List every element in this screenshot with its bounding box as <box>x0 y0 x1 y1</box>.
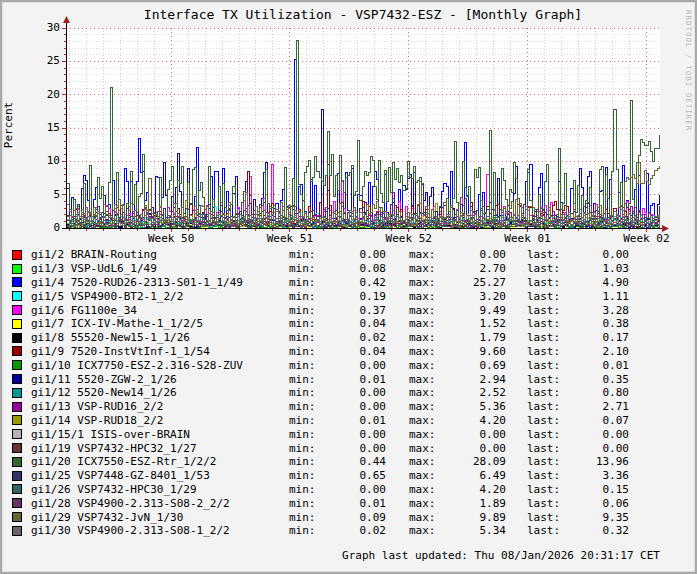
legend-min-key: min: <box>289 497 316 510</box>
legend-swatch <box>12 360 22 370</box>
legend-min-key: min: <box>289 359 316 372</box>
legend-last-value: 0.38 <box>561 317 629 330</box>
legend-max-key: max: <box>409 428 436 441</box>
legend-last-value: 0.07 <box>561 414 629 427</box>
legend-min-value: 0.08 <box>316 262 386 275</box>
y-tick-label: 30 <box>26 22 60 34</box>
legend-interface-label: gi1/2 BRAIN-Routing <box>31 248 289 261</box>
legend-min-key: min: <box>289 428 316 441</box>
legend-max-key: max: <box>409 317 436 330</box>
legend-interface-label: gi1/15/1 ISIS-over-BRAIN <box>31 428 289 441</box>
legend-min-value: 0.04 <box>316 317 386 330</box>
legend-last-key: last: <box>527 469 561 482</box>
legend-last-key: last: <box>527 304 561 317</box>
legend-min-key: min: <box>289 290 316 303</box>
legend-min-key: min: <box>289 442 316 455</box>
legend-min-value: 0.00 <box>316 248 386 261</box>
legend-max-value: 25.27 <box>436 276 506 289</box>
legend-interface-label: gi1/30 VSP4900-2.313-S08-1_2/2 <box>31 524 289 537</box>
legend-last-value: 1.03 <box>561 262 629 275</box>
legend-max-value: 5.34 <box>436 524 506 537</box>
legend-min-value: 0.02 <box>316 524 386 537</box>
legend-last-value: 0.35 <box>561 373 629 386</box>
legend-swatch <box>12 471 22 481</box>
legend-min-key: min: <box>289 345 316 358</box>
legend-last-key: last: <box>527 317 561 330</box>
legend-last-value: 0.17 <box>561 331 629 344</box>
legend-row: gi1/3 VSP-UdL6_1/49min:0.08max:2.70last:… <box>0 262 697 276</box>
legend-max-key: max: <box>409 469 436 482</box>
legend-interface-label: gi1/12 5520-New14_1/26 <box>31 386 289 399</box>
y-tick-label: 0 <box>26 222 60 234</box>
legend-swatch <box>12 429 22 439</box>
legend-swatch <box>12 498 22 508</box>
legend-last-value: 4.90 <box>561 276 629 289</box>
legend-min-value: 0.04 <box>316 345 386 358</box>
legend-min-key: min: <box>289 331 316 344</box>
legend-row: gi1/10 ICX7750-ESZ-2.316-S28-ZUVmin:0.00… <box>0 358 697 372</box>
legend-last-key: last: <box>527 359 561 372</box>
legend-interface-label: gi1/19 VSP7432-HPC32_1/27 <box>31 442 289 455</box>
legend-max-key: max: <box>409 248 436 261</box>
legend-row: gi1/4 7520-RUD26-2313-S01-1_1/49min:0.42… <box>0 276 697 290</box>
legend-interface-label: gi1/5 VSP4900-BT2-1_2/2 <box>31 290 289 303</box>
legend-last-key: last: <box>527 248 561 261</box>
legend-swatch <box>12 250 22 260</box>
legend-swatch <box>12 333 22 343</box>
y-tick-label: 20 <box>26 89 60 101</box>
legend-swatch <box>12 526 22 536</box>
legend-interface-label: gi1/3 VSP-UdL6_1/49 <box>31 262 289 275</box>
legend-interface-label: gi1/26 VSP7432-HPC30_1/29 <box>31 483 289 496</box>
legend-min-value: 0.00 <box>316 483 386 496</box>
legend-last-key: last: <box>527 524 561 537</box>
legend-last-value: 0.01 <box>561 359 629 372</box>
legend-min-value: 0.00 <box>316 359 386 372</box>
legend-last-key: last: <box>527 428 561 441</box>
legend-min-value: 0.01 <box>316 373 386 386</box>
x-tick-label: Week 52 <box>369 233 449 245</box>
legend-interface-label: gi1/9 7520-InstVtInf-1_1/54 <box>31 345 289 358</box>
legend-min-value: 0.02 <box>316 331 386 344</box>
legend-last-value: 2.10 <box>561 345 629 358</box>
legend-interface-label: gi1/11 5520-ZGW-2_1/26 <box>31 373 289 386</box>
legend-max-value: 9.49 <box>436 304 506 317</box>
legend-min-value: 0.00 <box>316 442 386 455</box>
legend-last-value: 0.06 <box>561 497 629 510</box>
legend-row: gi1/5 VSP4900-BT2-1_2/2min:0.19max:3.20l… <box>0 289 697 303</box>
legend-swatch <box>12 374 22 384</box>
legend-last-key: last: <box>527 373 561 386</box>
legend-last-key: last: <box>527 483 561 496</box>
legend-last-value: 1.11 <box>561 290 629 303</box>
legend-last-value: 0.00 <box>561 428 629 441</box>
legend-swatch <box>12 388 22 398</box>
y-axis-label: Percent <box>2 97 14 153</box>
legend-interface-label: gi1/28 VSP4900-2.313-S08-2_2/2 <box>31 497 289 510</box>
legend-max-key: max: <box>409 483 436 496</box>
legend-swatch <box>12 346 22 356</box>
legend-min-value: 0.19 <box>316 290 386 303</box>
legend-swatch <box>12 402 22 412</box>
legend-interface-label: gi1/25 VSP7448-GZ-8401_1/53 <box>31 469 289 482</box>
legend-last-key: last: <box>527 290 561 303</box>
legend-row: gi1/13 VSP-RUD16_2/2min:0.00max:5.36last… <box>0 400 697 414</box>
legend-row: gi1/9 7520-InstVtInf-1_1/54min:0.04max:9… <box>0 345 697 359</box>
legend-row: gi1/6 FG1100e_34min:0.37max:9.49last:3.2… <box>0 303 697 317</box>
legend-min-key: min: <box>289 414 316 427</box>
legend-last-value: 0.00 <box>561 442 629 455</box>
legend-row: gi1/19 VSP7432-HPC32_1/27min:0.00max:0.0… <box>0 441 697 455</box>
x-tick-label: Week 50 <box>131 233 211 245</box>
legend-swatch <box>12 415 22 425</box>
legend-row: gi1/2 BRAIN-Routingmin:0.00max:0.00last:… <box>0 248 697 262</box>
y-tick-label: 5 <box>26 189 60 201</box>
legend-min-value: 0.09 <box>316 511 386 524</box>
legend-max-value: 0.69 <box>436 359 506 372</box>
legend-last-key: last: <box>527 497 561 510</box>
legend-interface-label: gi1/4 7520-RUD26-2313-S01-1_1/49 <box>31 276 289 289</box>
legend-last-value: 3.36 <box>561 469 629 482</box>
legend-last-value: 9.35 <box>561 511 629 524</box>
legend-last-key: last: <box>527 455 561 468</box>
legend-min-value: 0.01 <box>316 414 386 427</box>
legend-last-key: last: <box>527 345 561 358</box>
legend-min-value: 0.01 <box>316 497 386 510</box>
legend-min-key: min: <box>289 276 316 289</box>
